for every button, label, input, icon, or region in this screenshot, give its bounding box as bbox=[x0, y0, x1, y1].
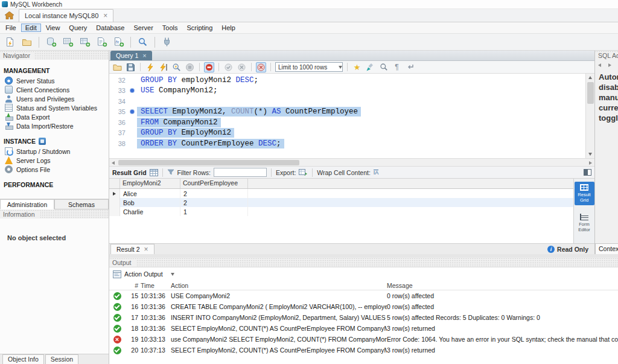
create-view-button[interactable] bbox=[77, 35, 92, 49]
rollback-button[interactable] bbox=[237, 62, 247, 72]
menu-database[interactable]: Database bbox=[92, 24, 129, 32]
sql-editor[interactable]: 32GROUP BY employMoni2 DESC;33USE Compan… bbox=[109, 74, 594, 158]
stop-query-button[interactable] bbox=[185, 62, 195, 72]
commit-button[interactable] bbox=[223, 62, 234, 72]
result-tab[interactable]: Result 2 bbox=[110, 244, 154, 254]
save-script-button[interactable] bbox=[126, 62, 136, 72]
output-row[interactable]: 1910:33:13use CompanyMoni2 SELECT Employ… bbox=[109, 334, 618, 345]
output-row[interactable]: 1610:31:36CREATE TABLE CompanyMoni2 ( Em… bbox=[109, 301, 618, 312]
save-snippet-button[interactable] bbox=[352, 62, 362, 72]
search-objects-button[interactable] bbox=[135, 35, 150, 49]
editor-line[interactable]: 36FROM CompanyMoni2 bbox=[109, 117, 585, 128]
back-arrow-icon[interactable] bbox=[598, 63, 601, 67]
sidebar-item-data-import-restore[interactable]: Data Import/Restore bbox=[0, 121, 109, 130]
table-row[interactable]: Alice2 bbox=[109, 189, 573, 198]
query-tab[interactable]: Query 1 bbox=[110, 51, 152, 60]
table-cell[interactable]: Charlie bbox=[120, 207, 180, 216]
tab-administration[interactable]: Administration bbox=[0, 199, 54, 209]
editor-line[interactable]: 32GROUP BY employMoni2 DESC; bbox=[109, 75, 585, 86]
reconnect-dbms-button[interactable] bbox=[159, 35, 174, 49]
open-sql-script-button[interactable] bbox=[19, 35, 34, 49]
editor-line[interactable]: 33USE CompanyMoni2; bbox=[109, 86, 585, 97]
menu-tools[interactable]: Tools bbox=[158, 24, 182, 32]
sidebar-item-client-connections[interactable]: Client Connections bbox=[0, 85, 109, 94]
scroll-up-icon[interactable] bbox=[588, 76, 592, 79]
tab-session[interactable]: Session bbox=[45, 354, 78, 364]
filter-rows-input[interactable] bbox=[214, 168, 267, 177]
line-number: 35 bbox=[109, 108, 127, 115]
form-editor-button[interactable]: Form Editor bbox=[575, 211, 594, 235]
toggle-stop-on-error-button[interactable] bbox=[204, 62, 214, 72]
scroll-right-icon[interactable] bbox=[589, 161, 592, 165]
output-selector-value[interactable]: Action Output bbox=[124, 270, 163, 278]
sidebar-item-status-and-system-variables[interactable]: Status and System Variables bbox=[0, 103, 109, 112]
forward-arrow-icon[interactable] bbox=[608, 63, 611, 67]
menu-scripting[interactable]: Scripting bbox=[183, 24, 217, 32]
menu-query[interactable]: Query bbox=[65, 24, 91, 32]
table-cell[interactable]: Alice bbox=[120, 189, 180, 198]
editor-vertical-scrollbar[interactable] bbox=[585, 74, 594, 158]
output-row[interactable]: 1710:31:36INSERT INTO CompanyMoni2 (Empl… bbox=[109, 312, 618, 323]
editor-line[interactable]: 38ORDER BY CountPerEmployee DESC; bbox=[109, 138, 585, 149]
beautify-script-button[interactable] bbox=[365, 62, 375, 72]
column-header-employmoni2[interactable]: EmployMoni2 bbox=[120, 179, 180, 188]
connection-tab[interactable]: Local instance MySQL80 bbox=[19, 9, 113, 22]
table-cell[interactable]: 1 bbox=[180, 207, 248, 216]
result-grid-button[interactable]: Result Grid bbox=[575, 182, 594, 205]
output-row[interactable]: 2010:37:13SELECT EmployMoni2, COUNT(*) A… bbox=[109, 345, 618, 356]
scrollbar-thumb[interactable] bbox=[587, 82, 594, 104]
connection-tab-close-icon[interactable] bbox=[103, 12, 107, 19]
toggle-autocommit-button[interactable] bbox=[256, 62, 266, 72]
export-icon[interactable] bbox=[299, 168, 308, 176]
explain-button[interactable] bbox=[171, 62, 182, 72]
wrap-cell-content-icon[interactable] bbox=[374, 168, 379, 176]
column-header-countperemployee[interactable]: CountPerEmployee bbox=[180, 179, 248, 188]
scroll-down-icon[interactable] bbox=[588, 153, 592, 156]
editor-horizontal-scrollbar[interactable] bbox=[109, 158, 594, 167]
create-function-button[interactable]: fx bbox=[111, 35, 126, 49]
tab-context-help[interactable]: Context Help bbox=[595, 243, 618, 254]
sidebar-item-data-export[interactable]: Data Export bbox=[0, 112, 109, 121]
menu-server[interactable]: Server bbox=[129, 24, 157, 32]
wrap-text-button[interactable] bbox=[405, 62, 415, 72]
menu-edit[interactable]: Edit bbox=[21, 24, 41, 32]
table-row[interactable]: Bob2 bbox=[109, 198, 573, 207]
execute-current-statement-button[interactable] bbox=[158, 62, 168, 72]
limit-rows-dropdown[interactable]: Limit to 1000 rows bbox=[275, 62, 343, 72]
sidebar-item-options-file[interactable]: Options File bbox=[0, 165, 109, 174]
find-button[interactable] bbox=[378, 62, 389, 72]
table-cell[interactable]: 2 bbox=[180, 189, 248, 198]
sidebar-item-users-and-privileges[interactable]: Users and Privileges bbox=[0, 94, 109, 103]
create-table-button[interactable] bbox=[60, 35, 75, 49]
menu-help[interactable]: Help bbox=[217, 24, 240, 32]
open-file-button[interactable] bbox=[112, 62, 123, 72]
editor-line[interactable]: 37GROUP BY EmployMoni2 bbox=[109, 128, 585, 139]
sidebar-item-server-status[interactable]: Server Status bbox=[0, 76, 109, 85]
scrollbar-thumb[interactable] bbox=[118, 160, 299, 165]
output-row[interactable]: 1510:31:36USE CompanyMoni20 row(s) affec… bbox=[109, 290, 618, 301]
editor-line[interactable]: 34 bbox=[109, 96, 585, 107]
create-procedure-button[interactable] bbox=[94, 35, 109, 49]
table-cell[interactable]: Bob bbox=[120, 198, 180, 207]
create-schema-button[interactable] bbox=[43, 35, 59, 49]
table-row[interactable]: Charlie1 bbox=[109, 207, 573, 216]
scroll-left-icon[interactable] bbox=[112, 161, 115, 165]
statement-marker-icon bbox=[127, 110, 137, 113]
home-tab[interactable] bbox=[1, 9, 17, 22]
menu-file[interactable]: File bbox=[1, 24, 21, 32]
table-cell[interactable]: 2 bbox=[180, 198, 248, 207]
sidebar-item-startup-shutdown[interactable]: Startup / Shutdown bbox=[0, 147, 109, 156]
editor-line[interactable]: 35SELECT EmployMoni2, COUNT(*) AS CountP… bbox=[109, 107, 585, 118]
tab-schemas[interactable]: Schemas bbox=[54, 199, 109, 209]
collapse-panel-icon[interactable] bbox=[584, 169, 591, 176]
execute-button[interactable] bbox=[145, 62, 155, 72]
tab-object-info[interactable]: Object Info bbox=[2, 354, 44, 364]
invisible-characters-button[interactable] bbox=[392, 62, 402, 72]
result-tab-close-icon[interactable] bbox=[144, 246, 148, 253]
query-tab-close-icon[interactable] bbox=[142, 53, 146, 59]
output-row[interactable]: 1810:31:36SELECT EmployMoni2, COUNT(*) A… bbox=[109, 323, 618, 334]
menu-view[interactable]: View bbox=[42, 24, 65, 32]
new-query-tab-button[interactable] bbox=[2, 35, 18, 49]
sidebar-item-server-logs[interactable]: Server Logs bbox=[0, 156, 109, 165]
chevron-down-icon[interactable] bbox=[171, 273, 174, 276]
